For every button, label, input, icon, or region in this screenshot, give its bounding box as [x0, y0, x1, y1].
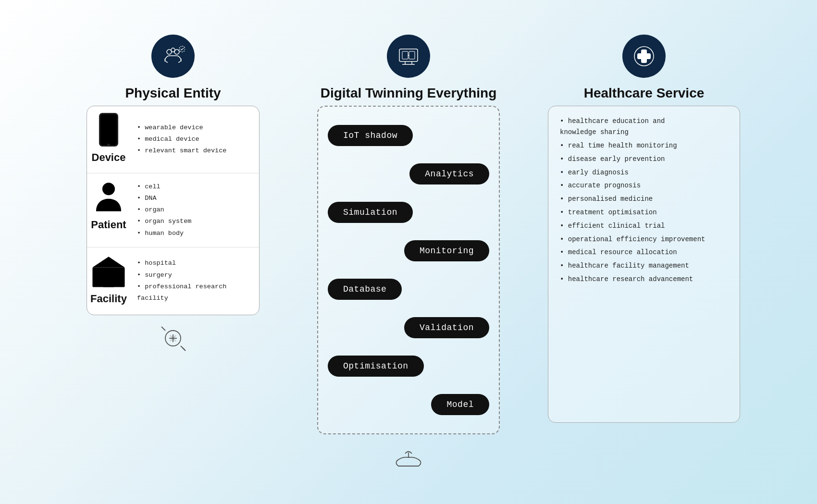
- svg-point-7: [107, 143, 110, 146]
- physical-entity-icon-circle: [151, 35, 195, 78]
- svg-rect-17: [117, 271, 122, 276]
- dt-pill-validation: Validation: [404, 317, 489, 338]
- dt-pill-database: Database: [328, 279, 402, 300]
- physical-bottom-icon-area: [159, 324, 187, 353]
- hc-item-1: healthcare education and knowledge shari…: [560, 116, 728, 139]
- dt-row-iot: IoT shadow: [328, 116, 489, 155]
- facility-label: Facility: [90, 293, 127, 305]
- dt-pill-optimisation: Optimisation: [328, 356, 424, 377]
- svg-point-8: [102, 183, 115, 195]
- dt-row-analytics: Analytics: [328, 155, 489, 193]
- main-container: Physical Entity Device wearable device m…: [24, 25, 793, 479]
- hc-item-11: healthcare facility management: [560, 260, 728, 272]
- patient-item-3: organ: [137, 204, 252, 216]
- physical-entity-column: Physical Entity Device wearable device m…: [58, 35, 288, 353]
- healthcare-service-column: Healthcare Service healthcare education …: [529, 35, 759, 423]
- facility-content: hospital surgery professional research f…: [130, 247, 259, 315]
- device-item-3: relevant smart device: [137, 145, 252, 157]
- dt-row-model: Model: [328, 385, 489, 424]
- facility-icon: [89, 251, 128, 291]
- patient-content: cell DNA organ organ system human body: [130, 173, 259, 247]
- dt-pill-analytics: Analytics: [409, 163, 489, 184]
- hc-item-6: personalised medicine: [560, 194, 728, 205]
- healthcare-icon: [632, 44, 656, 68]
- hc-item-12: healthcare research advancement: [560, 274, 728, 285]
- physical-row-patient: Patient cell DNA organ organ system huma…: [87, 173, 259, 247]
- dt-pill-model: Model: [431, 394, 489, 415]
- svg-rect-32: [402, 51, 408, 59]
- device-item-2: medical device: [137, 134, 252, 145]
- patient-item-1: cell: [137, 181, 252, 193]
- patient-icon-area: Patient: [87, 173, 130, 247]
- physical-row-facility: Facility hospital surgery professional r…: [87, 247, 259, 315]
- svg-rect-15: [103, 278, 114, 287]
- svg-rect-4: [99, 113, 117, 146]
- hc-item-7: treatment optimisation: [560, 207, 728, 219]
- dt-pill-iot: IoT shadow: [328, 125, 413, 146]
- hc-item-9: operational efficiency improvement: [560, 234, 728, 246]
- svg-point-2: [171, 48, 175, 52]
- facility-item-2: surgery: [137, 270, 252, 281]
- patient-icon: [89, 177, 128, 217]
- physical-entity-title: Physical Entity: [125, 86, 221, 101]
- patient-item-5: human body: [137, 228, 252, 239]
- device-icon: [89, 110, 128, 149]
- svg-rect-21: [115, 278, 119, 283]
- dt-row-validation: Validation: [328, 308, 489, 347]
- digital-bottom-icon-area: [392, 443, 425, 470]
- plug-icon: [159, 324, 187, 353]
- svg-rect-38: [637, 53, 651, 59]
- hc-item-4: early diagnosis: [560, 167, 728, 179]
- svg-rect-16: [95, 271, 100, 276]
- device-icon-area: Device: [87, 106, 130, 173]
- svg-line-27: [183, 348, 186, 351]
- facility-item-1: hospital: [137, 258, 252, 269]
- facility-icon-area: Facility: [87, 247, 130, 315]
- device-item-1: wearable device: [137, 122, 252, 134]
- digital-twinning-box: IoT shadow Analytics Simulation Monitori…: [317, 106, 500, 434]
- hc-item-5: accurate prognosis: [560, 180, 728, 192]
- dt-pill-simulation: Simulation: [328, 202, 413, 223]
- healthcare-service-box: healthcare education and knowledge shari…: [548, 106, 740, 423]
- physical-entity-icon: [161, 44, 185, 68]
- hc-item-8: efficient clinical trial: [560, 221, 728, 232]
- device-content: wearable device medical device relevant …: [130, 106, 259, 173]
- hand-icon: [392, 443, 425, 470]
- healthcare-icon-circle: [622, 35, 666, 78]
- digital-twinning-title: Digital Twinning Everything: [321, 86, 497, 101]
- digital-twinning-icon-circle: [387, 35, 430, 78]
- digital-twinning-icon: [396, 44, 421, 68]
- facility-item-3: professional research facility: [137, 281, 252, 305]
- dt-row-simulation: Simulation: [328, 193, 489, 232]
- dt-row-database: Database: [328, 270, 489, 308]
- dt-row-optimisation: Optimisation: [328, 347, 489, 385]
- svg-rect-33: [409, 51, 415, 59]
- dt-pill-monitoring: Monitoring: [404, 240, 489, 261]
- patient-item-2: DNA: [137, 193, 252, 204]
- svg-point-3: [179, 46, 185, 52]
- digital-twinning-column: Digital Twinning Everything IoT shadow A…: [303, 35, 514, 470]
- healthcare-service-title: Healthcare Service: [584, 86, 705, 101]
- hc-item-10: medical resource allocation: [560, 247, 728, 258]
- patient-item-4: organ system: [137, 216, 252, 227]
- patient-label: Patient: [91, 219, 126, 231]
- dt-row-monitoring: Monitoring: [328, 232, 489, 270]
- svg-line-24: [161, 327, 165, 331]
- physical-entity-box: Device wearable device medical device re…: [87, 106, 260, 315]
- hc-item-3: disease early prevention: [560, 154, 728, 165]
- device-label: Device: [92, 151, 126, 164]
- svg-rect-20: [98, 278, 102, 283]
- hc-item-2: real time health monitoring: [560, 140, 728, 152]
- physical-row-device: Device wearable device medical device re…: [87, 106, 259, 173]
